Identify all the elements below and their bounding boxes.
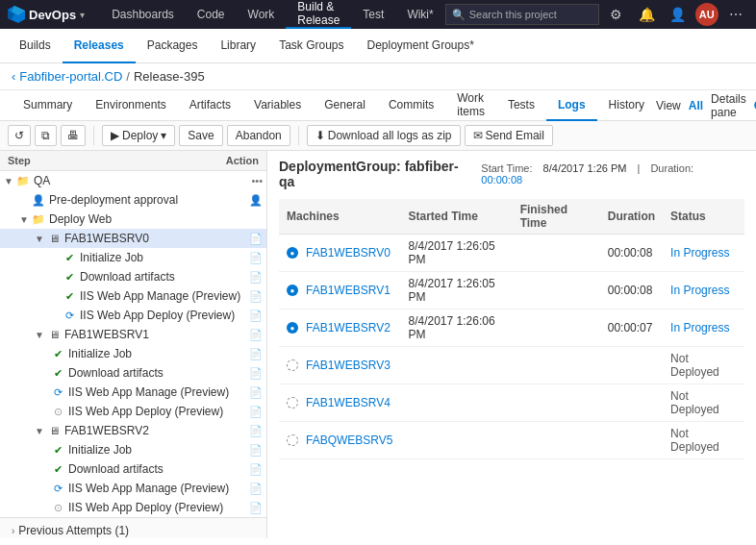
tree-item-predeployment[interactable]: 👤 Pre-deployment approval 👤 (0, 190, 266, 210)
subnav-deployment-groups[interactable]: Deployment Groups* (355, 29, 485, 63)
srv0-caret: ▼ (35, 234, 46, 244)
tab-work-items[interactable]: Work items (445, 90, 496, 121)
status-cell: In Progress (663, 310, 744, 347)
predeployment-person-icon: 👤 (31, 192, 46, 208)
duration-value: 00:00:08 (481, 174, 522, 186)
tab-commits[interactable]: Commits (377, 90, 445, 121)
tree-item-srv0-download[interactable]: ✔ Download artifacts 📄 (0, 267, 266, 286)
settings-icon[interactable]: ⚙ (603, 1, 630, 28)
machine-link-0[interactable]: ●FAB1WEBSRV0 (287, 246, 392, 260)
search-icon: 🔍 (452, 9, 466, 21)
subnav-task-groups[interactable]: Task Groups (267, 29, 355, 63)
tab-summary[interactable]: Summary (12, 90, 84, 121)
tree-item-srv2-deploy[interactable]: ⊙ IIS Web App Deploy (Preview) 📄 (0, 498, 266, 517)
notifications-icon[interactable]: 🔔 (634, 1, 661, 28)
machine-link-4[interactable]: FAB1WEBSRV4 (287, 396, 392, 409)
view-label[interactable]: View (656, 99, 681, 112)
send-email-button[interactable]: ✉ Send Email (465, 125, 553, 146)
tree-item-srv0-deploy[interactable]: ⟳ IIS Web App Deploy (Preview) 📄 (0, 306, 266, 325)
srv0-dep-file-icon: 📄 (249, 310, 263, 322)
toolbar-sep-2 (298, 126, 299, 145)
copy-button[interactable]: ⧉ (35, 125, 57, 146)
abandon-button[interactable]: Abandon (227, 125, 290, 146)
brand-caret[interactable]: ▾ (80, 10, 85, 20)
deploy-icon: ▶ (111, 129, 119, 142)
tree-item-srv1-deploy[interactable]: ⊙ IIS Web App Deploy (Preview) 📄 (0, 402, 266, 421)
machine-cell: FABQWEBSRV5 (279, 422, 400, 459)
download-logs-button[interactable]: ⬇ Download all logs as zip (307, 125, 461, 146)
tab-tests[interactable]: Tests (496, 90, 546, 121)
tab-history[interactable]: History (597, 90, 656, 121)
user-profile-icon[interactable]: 👤 (665, 1, 692, 28)
tree-item-srv2-download[interactable]: ✔ Download artifacts 📄 (0, 459, 266, 479)
tab-variables[interactable]: Variables (242, 90, 313, 121)
finished-time-cell (513, 235, 600, 272)
breadcrumb: ‹ Fabfiber-portal.CD / Release-395 (0, 63, 756, 90)
tree-item-srv2-init[interactable]: ✔ Initialize Job 📄 (0, 440, 266, 459)
tab-artifacts[interactable]: Artifacts (178, 90, 242, 121)
print-button[interactable]: 🖶 (61, 125, 86, 146)
deploy-button[interactable]: ▶ Deploy ▾ (102, 125, 175, 146)
more-icon[interactable]: ⋯ (722, 1, 749, 28)
breadcrumb-pipeline[interactable]: Fabfiber-portal.CD (19, 69, 122, 84)
table-row: FABQWEBSRV5 Not Deployed (279, 422, 744, 459)
machine-link-5[interactable]: FABQWEBSRV5 (287, 434, 392, 447)
nav-dashboards[interactable]: Dashboards (100, 0, 186, 29)
tree-item-srv0-init[interactable]: ✔ Initialize Job 📄 (0, 248, 266, 267)
srv2-icon: 🖥 (46, 423, 62, 438)
srv2-caret: ▼ (35, 426, 46, 436)
tree-item-deploy-web[interactable]: ▼ 📁 Deploy Web (0, 210, 266, 229)
all-label[interactable]: All (689, 99, 703, 112)
machine-link-1[interactable]: ●FAB1WEBSRV1 (287, 284, 392, 297)
step-column-header: Step (8, 155, 31, 166)
tree-item-fab1websrv2[interactable]: ▼ 🖥 FAB1WEBSRV2 📄 (0, 421, 266, 440)
avatar[interactable]: AU (695, 3, 718, 26)
subnav-packages[interactable]: Packages (136, 29, 210, 63)
tab-logs[interactable]: Logs (546, 90, 597, 121)
nav-wiki[interactable]: Wiki* (395, 0, 444, 29)
srv0-label: FAB1WEBSRV0 (64, 232, 249, 245)
tab-general[interactable]: General (313, 90, 377, 121)
previous-attempts[interactable]: › Previous Attempts (1) (0, 517, 266, 538)
srv0-mgr-check-icon: ✔ (62, 288, 77, 304)
tab-environments[interactable]: Environments (84, 90, 177, 121)
subnav-releases[interactable]: Releases (63, 29, 136, 63)
nav-test[interactable]: Test (351, 0, 395, 29)
status-cell: Not Deployed (663, 422, 744, 459)
nav-work[interactable]: Work (237, 0, 287, 29)
top-nav-right: 🔍 Search this project ⚙ 🔔 👤 AU ⋯ (445, 1, 749, 28)
nav-code[interactable]: Code (186, 0, 237, 29)
status-cell: Not Deployed (663, 384, 744, 422)
top-nav-links: Dashboards Code Work Build & Release Tes… (100, 0, 445, 29)
main-layout: Step Action ▼ 📁 QA ••• 👤 Pre-deployment … (0, 151, 756, 538)
back-arrow[interactable]: ‹ (12, 69, 15, 84)
tree-item-srv1-manage[interactable]: ⟳ IIS Web App Manage (Preview) 📄 (0, 383, 266, 402)
machine-link-3[interactable]: FAB1WEBSRV3 (287, 359, 392, 372)
refresh-button[interactable]: ↺ (8, 125, 31, 146)
tree-item-srv1-download[interactable]: ✔ Download artifacts 📄 (0, 363, 266, 383)
tree-item-srv2-manage[interactable]: ⟳ IIS Web App Manage (Preview) 📄 (0, 479, 266, 498)
started-time-cell (400, 384, 512, 422)
toolbar: ↺ ⧉ 🖶 ▶ Deploy ▾ Save Abandon ⬇ Download… (0, 121, 756, 151)
subnav-library[interactable]: Library (209, 29, 267, 63)
finished-time-cell (513, 384, 600, 422)
search-box[interactable]: 🔍 Search this project (445, 4, 599, 25)
tree-item-fab1websrv1[interactable]: ▼ 🖥 FAB1WEBSRV1 📄 (0, 325, 266, 344)
left-panel-header: Step Action (0, 151, 266, 171)
tree-item-srv1-init[interactable]: ✔ Initialize Job 📄 (0, 344, 266, 363)
tree-item-fab1websrv0[interactable]: ▼ 🖥 FAB1WEBSRV0 📄 (0, 229, 266, 248)
tree-item-srv0-manage[interactable]: ✔ IIS Web App Manage (Preview) 📄 (0, 286, 266, 306)
machine-cell: ●FAB1WEBSRV2 (279, 310, 400, 347)
machine-link-2[interactable]: ●FAB1WEBSRV2 (287, 321, 392, 334)
col-started: Started Time (400, 199, 512, 235)
duration-cell: 00:00:08 (600, 272, 663, 310)
tree-item-qa[interactable]: ▼ 📁 QA ••• (0, 171, 266, 190)
save-button[interactable]: Save (179, 125, 222, 146)
finished-time-cell (513, 347, 600, 384)
col-machines: Machines (279, 199, 400, 235)
status-cell: Not Deployed (663, 347, 744, 384)
nav-build-release[interactable]: Build & Release (286, 0, 351, 29)
subnav-builds[interactable]: Builds (8, 29, 63, 63)
deploy-caret-icon: ▾ (161, 129, 166, 142)
qa-more-icon[interactable]: ••• (251, 175, 263, 186)
